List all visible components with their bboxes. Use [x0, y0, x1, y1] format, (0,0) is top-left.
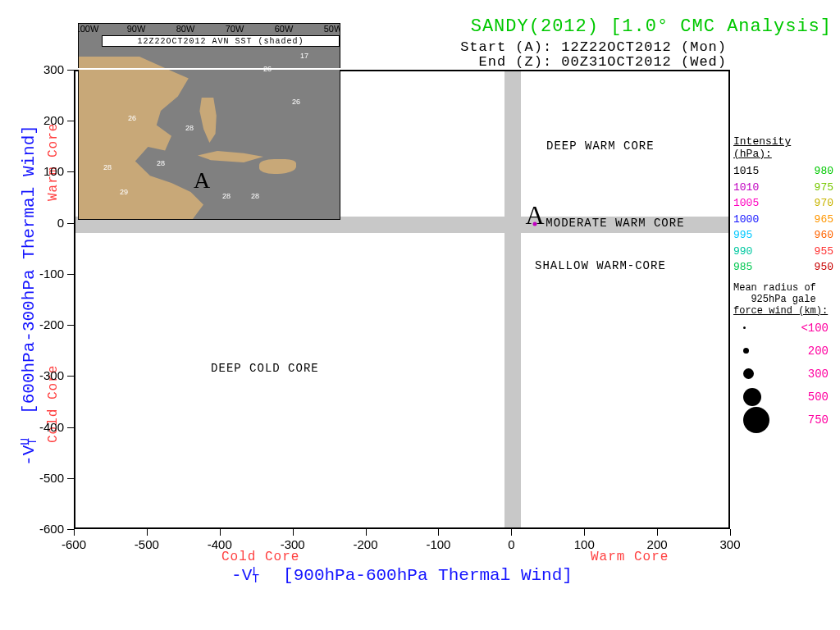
sst-contour-label: 28 — [185, 124, 194, 132]
y-tick-label: -500 — [25, 471, 64, 485]
x-tick-label: -300 — [272, 537, 313, 551]
point-a-dot — [533, 221, 537, 226]
size-legend-row: <100 — [733, 317, 833, 340]
x-tick-label: -200 — [345, 537, 386, 551]
size-legend-row: 200 — [733, 340, 833, 363]
size-legend-line2: 925hPa gale — [733, 294, 833, 305]
phase-space-figure: SANDY(2012) [1.0° CMC Analysis] Start (A… — [0, 0, 840, 630]
sst-contour-label: 26 — [128, 114, 136, 122]
x-tick-label: -600 — [53, 537, 94, 551]
x-tick-label: -500 — [126, 537, 167, 551]
figure-title: SANDY(2012) [1.0° CMC Analysis] — [471, 16, 832, 37]
y-tick-label: -300 — [25, 368, 64, 382]
x-hint-cold: Cold Core — [221, 550, 299, 564]
x-axis-title: -VLT [900hPa-600hPa Thermal Wind] — [74, 566, 730, 585]
y-tick — [67, 529, 74, 530]
x-tick-label: -100 — [418, 537, 459, 551]
inset-lon-tick: 50W — [324, 24, 340, 34]
y-tick-label: -400 — [25, 420, 64, 434]
size-legend-value: 750 — [808, 413, 829, 427]
sst-contour-label: 28 — [251, 192, 259, 200]
intensity-row: 1000965 — [733, 212, 833, 228]
landmass-cuba — [198, 151, 263, 162]
x-tick — [366, 529, 367, 536]
intensity-row: 985950 — [733, 259, 833, 276]
intensity-table: 1015980101097510059701000965995960990955… — [733, 163, 833, 276]
y-tick — [67, 171, 74, 172]
size-legend-row: 500 — [733, 386, 833, 409]
size-legend-line1: Mean radius of — [733, 282, 833, 294]
x-tick — [730, 529, 731, 536]
x-tick — [438, 529, 439, 536]
size-legend-dot — [743, 326, 746, 329]
inset-lon-tick: 80W — [176, 24, 195, 34]
y-tick — [67, 223, 74, 224]
y-tick-label: 200 — [25, 113, 64, 127]
sst-contour-label: 28 — [157, 159, 165, 167]
size-legend-value: 300 — [808, 368, 829, 381]
y-tick-label: 100 — [25, 164, 64, 178]
y-tick — [67, 427, 74, 428]
intensity-value-right: 970 — [815, 195, 833, 212]
size-legend: Mean radius of 925hPa gale force wind (k… — [733, 282, 833, 431]
size-legend-line3: force wind (km): — [733, 305, 833, 317]
x-tick — [220, 529, 221, 536]
size-legend-value: <100 — [801, 322, 829, 335]
x-zero-band — [504, 71, 521, 527]
x-tick-label: 300 — [710, 537, 751, 551]
inset-lon-tick: 100W — [78, 24, 98, 34]
y-tick — [67, 376, 74, 377]
landmass-hispaniola — [259, 159, 296, 174]
inset-title: 12Z22OCT2012 AVN SST (shaded) — [102, 35, 340, 47]
inset-lon-tick: 90W — [127, 24, 146, 34]
intensity-value-right: 960 — [815, 227, 833, 244]
x-tick — [511, 529, 512, 536]
size-legend-value: 500 — [808, 390, 829, 404]
y-tick — [67, 70, 74, 71]
intensity-value-right: 955 — [815, 244, 833, 260]
size-legend-value: 200 — [808, 345, 829, 358]
x-tick — [147, 529, 148, 536]
intensity-value-left: 990 — [733, 244, 752, 260]
intensity-row: 995960 — [733, 227, 833, 244]
x-hint-warm: Warm Core — [591, 550, 669, 564]
sst-contour-label: 28 — [103, 163, 112, 171]
intensity-value-right: 965 — [815, 212, 833, 228]
intensity-value-left: 985 — [733, 259, 752, 276]
label-moderate-warm-core: MODERATE WARM CORE — [546, 217, 684, 230]
label-shallow-warm-core: SHALLOW WARM-CORE — [535, 259, 666, 272]
x-tick — [293, 529, 294, 536]
x-tick — [657, 529, 658, 536]
sst-contour-label: 26 — [292, 98, 300, 106]
label-deep-cold-core: DEEP COLD CORE — [211, 362, 319, 375]
x-tick-label: 0 — [491, 537, 532, 551]
start-line: Start (A): 12Z22OCT2012 (Mon) — [460, 39, 727, 55]
inset-lon-tick: 60W — [275, 24, 294, 34]
landmass-florida — [198, 98, 217, 143]
inset-lon-tick: 70W — [226, 24, 244, 34]
y-axis-title: -VUT [600hPa-300hPa Thermal Wind] — [20, 66, 39, 525]
size-legend-row: 750 — [733, 409, 833, 431]
landmass-namerica — [78, 57, 267, 220]
x-tick — [584, 529, 585, 536]
intensity-value-right: 980 — [815, 163, 833, 180]
inset-point-a: A — [194, 167, 210, 194]
mask — [72, 68, 343, 70]
intensity-value-left: 995 — [733, 227, 752, 244]
intensity-row: 990955 — [733, 244, 833, 260]
x-tick-label: -400 — [199, 537, 240, 551]
y-tick — [67, 478, 74, 479]
y-tick-label: 300 — [25, 62, 64, 76]
y-tick — [67, 325, 74, 326]
end-line: End (Z): 00Z31OCT2012 (Wed) — [479, 54, 727, 70]
intensity-value-left: 1015 — [733, 163, 759, 180]
intensity-value-left: 1000 — [733, 212, 759, 228]
intensity-row: 1005970 — [733, 195, 833, 212]
intensity-legend-title: Intensity (hPa): — [733, 135, 833, 160]
sst-contour-label: 17 — [300, 52, 308, 60]
intensity-value-left: 1005 — [733, 195, 759, 212]
size-legend-dot — [743, 407, 769, 433]
size-legend-row: 300 — [733, 363, 833, 386]
y-tick-label: -600 — [25, 522, 64, 536]
y-tick — [67, 121, 74, 121]
